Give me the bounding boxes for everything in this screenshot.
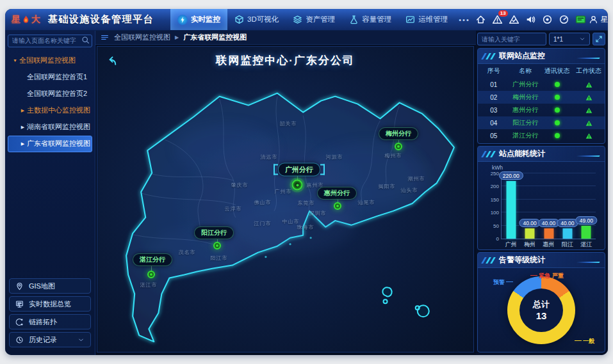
station-label[interactable]: 湛江分行	[133, 253, 172, 266]
row-station-name[interactable]: 梅州分行	[510, 91, 542, 104]
tree-arrow-icon[interactable]: ▶	[19, 125, 27, 130]
donut-center-label: 总计	[533, 299, 550, 310]
bar[interactable]	[582, 226, 591, 239]
bar[interactable]	[525, 228, 535, 239]
work-status-icon	[573, 104, 605, 116]
action-label: 链路拓扑	[29, 317, 57, 327]
bar[interactable]	[506, 181, 516, 239]
sidebar-item-guangdong[interactable]: ▶广东省联网监控视图	[8, 136, 92, 152]
sidebar-item-national-home-2[interactable]: 全国联网监控首页2	[8, 86, 92, 102]
panel-title-station: 联网站点监控	[478, 49, 605, 64]
app-header: 星 大 基础设施设备管理平台 实时监控3D可视化资产管理容量管理运维管理 •••…	[5, 9, 608, 31]
x-tick-label: 湛江	[580, 241, 592, 249]
home-icon[interactable]	[475, 14, 486, 25]
row-no: 01	[478, 78, 510, 91]
gis-map-button[interactable]: GIS地图	[9, 278, 91, 294]
station-label[interactable]: 梅州分行	[379, 127, 418, 140]
flame-icon	[21, 15, 31, 24]
station-monitor-panel: 联网站点监控 序号名称通讯状态工作状态01广州分行02梅州分行03惠州分行04阳…	[477, 48, 605, 144]
sidebar-item-national-root[interactable]: ▼全国联网监控视图	[8, 52, 92, 69]
grid-layout-value: 1*1	[553, 36, 563, 43]
screen-icon[interactable]	[575, 14, 586, 25]
sidebar-item-main-datacenter[interactable]: ▶主数据中心监控视图	[8, 102, 92, 119]
x-tick-label: 广州	[505, 241, 517, 249]
more-tabs-button[interactable]: •••	[459, 16, 470, 24]
menu-icon[interactable]	[101, 33, 109, 42]
grid-layout-select[interactable]: 1*1	[549, 33, 590, 45]
station-label[interactable]: 惠州分行	[317, 187, 357, 200]
station-label[interactable]: 阳江分行	[194, 226, 234, 239]
breadcrumb-bar: 全国联网监控视图▶广东省联网监控视图	[95, 31, 476, 45]
bar[interactable]	[544, 228, 553, 239]
history-button[interactable]: 历史记录	[9, 332, 91, 347]
link-topology-button[interactable]: 链路拓扑	[9, 314, 91, 329]
table-row: 01广州分行	[478, 78, 605, 91]
table-header: 名称	[510, 64, 542, 78]
y-tick-label: 150	[485, 196, 499, 202]
tab-realtime[interactable]: 实时监控	[170, 9, 227, 30]
station-marker-icon[interactable]	[147, 271, 155, 278]
main-nav: 实时监控3D可视化资产管理容量管理运维管理	[170, 9, 455, 30]
tree-arrow-icon[interactable]: ▼	[11, 58, 19, 63]
label-leader-line	[530, 275, 537, 276]
donut-slice-label: 紧急	[529, 272, 550, 280]
tab-capacity[interactable]: 容量管理	[342, 9, 398, 30]
tab-assets[interactable]: 资产管理	[286, 9, 342, 30]
speaker-icon[interactable]	[525, 14, 536, 25]
station-marker-icon[interactable]	[334, 202, 341, 210]
search-icon[interactable]	[81, 36, 90, 44]
main-area: 全国联网监控视图▶广东省联网监控视图	[95, 31, 476, 355]
breadcrumb-item[interactable]: 广东省联网监控视图	[183, 33, 247, 42]
sidebar-item-hunan[interactable]: ▶湖南省联网监控视图	[8, 119, 92, 136]
row-station-name[interactable]: 湛江分行	[510, 129, 542, 142]
gauge-icon[interactable]	[559, 14, 569, 25]
tab-ops[interactable]: 运维管理	[398, 9, 455, 30]
fullscreen-button[interactable]	[593, 33, 605, 45]
panel-title-alarm: 告警等级统计	[478, 253, 605, 268]
logo-char-right: 大	[31, 14, 40, 26]
donut-slice-label: 预警	[493, 278, 514, 287]
action-label: 实时数据总览	[29, 299, 71, 309]
y-tick-label: 250	[485, 171, 499, 177]
keyword-search-input[interactable]	[477, 33, 546, 45]
back-button[interactable]	[105, 54, 118, 67]
tab-label: 资产管理	[306, 15, 335, 24]
tab-3d[interactable]: 3D可视化	[227, 9, 286, 30]
station-label[interactable]: 广州分行	[278, 163, 320, 177]
tree-arrow-icon[interactable]: ▶	[19, 141, 27, 146]
y-tick-label: 100	[485, 210, 499, 216]
table-header: 通讯状态	[541, 64, 573, 78]
alarm-check-icon[interactable]	[509, 14, 519, 25]
chart-icon	[405, 15, 415, 24]
breadcrumb-item[interactable]: 全国联网监控视图	[114, 33, 170, 42]
topology-icon	[15, 318, 24, 326]
station-marker-icon[interactable]	[395, 143, 402, 150]
station-marker-icon[interactable]	[292, 180, 303, 191]
sidebar-item-national-home-1[interactable]: 全国联网监控首页1	[8, 69, 92, 86]
table-row: 03惠州分行	[478, 104, 605, 116]
station-marker-icon[interactable]	[213, 242, 221, 249]
action-label: GIS地图	[29, 281, 55, 291]
x-tick-label: 阳江	[562, 241, 573, 249]
chevron-down-icon	[579, 36, 585, 42]
sidebar-search-input[interactable]	[8, 35, 92, 47]
history-clock-icon	[15, 336, 24, 344]
row-station-name[interactable]: 广州分行	[510, 78, 542, 91]
alarm-icon[interactable]: 13	[492, 14, 503, 25]
data-monitor-icon	[15, 300, 24, 308]
chart-plot-area: 050100150200250220.00广州40.00梅州40.00惠州40.…	[501, 173, 596, 239]
comm-status-icon	[541, 78, 573, 91]
layers-icon	[293, 15, 302, 24]
tree-arrow-icon[interactable]: ▶	[19, 108, 27, 113]
sidebar: ▼全国联网监控视图全国联网监控首页1全国联网监控首页2▶主数据中心监控视图▶湖南…	[5, 31, 95, 355]
user-menu[interactable]: 星火微云	[589, 15, 608, 24]
bar[interactable]	[562, 228, 572, 239]
user-icon	[589, 15, 598, 24]
realtime-data-button[interactable]: 实时数据总览	[9, 296, 91, 312]
map-panel[interactable]: 联网监控中心·广东分公司 韶关市清远市河源市梅州市潮州市揭阳市汕头市汕尾市惠州市…	[97, 46, 474, 352]
donut-center: 总计13	[519, 289, 563, 332]
row-station-name[interactable]: 阳江分行	[510, 116, 542, 129]
record-icon[interactable]	[542, 14, 553, 25]
donut-ring: 总计13	[507, 276, 575, 344]
row-station-name[interactable]: 惠州分行	[510, 104, 542, 116]
